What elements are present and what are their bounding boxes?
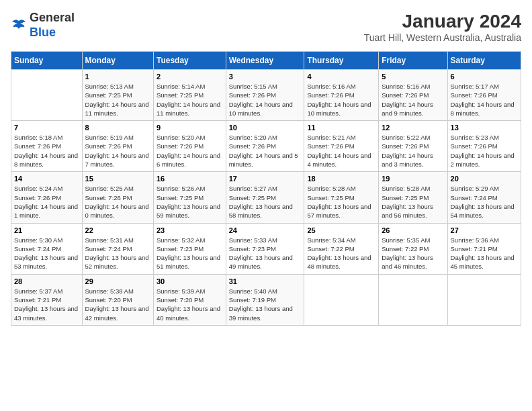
day-cell: 27Sunrise: 5:36 AMSunset: 7:21 PMDayligh… <box>447 223 521 274</box>
day-number: 15 <box>85 175 150 183</box>
day-number: 30 <box>157 277 223 285</box>
day-cell: 2Sunrise: 5:14 AMSunset: 7:25 PMDaylight… <box>154 70 226 121</box>
day-cell <box>11 70 83 121</box>
day-info: Sunrise: 5:24 AMSunset: 7:26 PMDaylight:… <box>14 184 79 220</box>
day-number: 4 <box>307 73 375 81</box>
header-wednesday: Wednesday <box>226 52 304 70</box>
day-cell: 4Sunrise: 5:16 AMSunset: 7:26 PMDaylight… <box>304 70 379 121</box>
day-info: Sunrise: 5:33 AMSunset: 7:23 PMDaylight:… <box>229 236 302 271</box>
day-number: 1 <box>85 73 150 81</box>
page-subtitle: Tuart Hill, Western Australia, Australia <box>364 32 521 43</box>
day-cell <box>379 274 447 325</box>
day-cell: 18Sunrise: 5:28 AMSunset: 7:25 PMDayligh… <box>304 172 379 223</box>
day-number: 27 <box>451 226 518 234</box>
day-cell: 14Sunrise: 5:24 AMSunset: 7:26 PMDayligh… <box>11 172 83 223</box>
day-number: 8 <box>85 124 150 132</box>
week-row-1: 1Sunrise: 5:13 AMSunset: 7:25 PMDaylight… <box>11 70 521 121</box>
day-cell: 19Sunrise: 5:28 AMSunset: 7:25 PMDayligh… <box>379 172 447 223</box>
day-cell: 5Sunrise: 5:16 AMSunset: 7:26 PMDaylight… <box>379 70 447 121</box>
day-cell <box>304 274 379 325</box>
day-info: Sunrise: 5:16 AMSunset: 7:26 PMDaylight:… <box>382 82 444 118</box>
week-row-4: 21Sunrise: 5:30 AMSunset: 7:24 PMDayligh… <box>11 223 521 274</box>
day-number: 28 <box>14 277 79 285</box>
day-info: Sunrise: 5:30 AMSunset: 7:24 PMDaylight:… <box>14 236 79 271</box>
day-info: Sunrise: 5:21 AMSunset: 7:26 PMDaylight:… <box>307 133 375 169</box>
day-cell: 26Sunrise: 5:35 AMSunset: 7:22 PMDayligh… <box>379 223 447 274</box>
header-monday: Monday <box>82 52 153 70</box>
day-cell: 17Sunrise: 5:27 AMSunset: 7:25 PMDayligh… <box>226 172 304 223</box>
day-cell: 13Sunrise: 5:23 AMSunset: 7:26 PMDayligh… <box>447 121 521 172</box>
day-cell: 6Sunrise: 5:17 AMSunset: 7:26 PMDaylight… <box>447 70 521 121</box>
day-info: Sunrise: 5:31 AMSunset: 7:24 PMDaylight:… <box>85 236 150 271</box>
day-cell <box>447 274 521 325</box>
day-info: Sunrise: 5:18 AMSunset: 7:26 PMDaylight:… <box>14 133 79 169</box>
day-info: Sunrise: 5:22 AMSunset: 7:26 PMDaylight:… <box>382 133 444 169</box>
day-number: 6 <box>451 73 518 81</box>
day-info: Sunrise: 5:35 AMSunset: 7:22 PMDaylight:… <box>382 236 444 271</box>
day-cell: 12Sunrise: 5:22 AMSunset: 7:26 PMDayligh… <box>379 121 447 172</box>
day-number: 24 <box>229 226 302 234</box>
day-cell: 8Sunrise: 5:19 AMSunset: 7:26 PMDaylight… <box>82 121 153 172</box>
header-saturday: Saturday <box>447 52 521 70</box>
calendar-header-row: SundayMondayTuesdayWednesdayThursdayFrid… <box>11 52 521 70</box>
day-number: 5 <box>382 73 444 81</box>
day-info: Sunrise: 5:27 AMSunset: 7:25 PMDaylight:… <box>229 184 302 220</box>
day-info: Sunrise: 5:38 AMSunset: 7:20 PMDaylight:… <box>85 287 150 322</box>
day-number: 22 <box>85 226 150 234</box>
day-cell: 10Sunrise: 5:20 AMSunset: 7:26 PMDayligh… <box>226 121 304 172</box>
day-info: Sunrise: 5:20 AMSunset: 7:26 PMDaylight:… <box>157 133 223 169</box>
week-row-5: 28Sunrise: 5:37 AMSunset: 7:21 PMDayligh… <box>11 274 521 325</box>
day-info: Sunrise: 5:39 AMSunset: 7:20 PMDaylight:… <box>157 287 223 322</box>
day-info: Sunrise: 5:13 AMSunset: 7:25 PMDaylight:… <box>85 82 150 118</box>
day-cell: 16Sunrise: 5:26 AMSunset: 7:25 PMDayligh… <box>154 172 226 223</box>
day-info: Sunrise: 5:16 AMSunset: 7:26 PMDaylight:… <box>307 82 375 118</box>
day-number: 9 <box>157 124 223 132</box>
day-number: 16 <box>157 175 223 183</box>
day-info: Sunrise: 5:26 AMSunset: 7:25 PMDaylight:… <box>157 184 223 220</box>
day-info: Sunrise: 5:29 AMSunset: 7:24 PMDaylight:… <box>451 184 518 220</box>
header-friday: Friday <box>379 52 447 70</box>
day-cell: 29Sunrise: 5:38 AMSunset: 7:20 PMDayligh… <box>82 274 153 325</box>
day-info: Sunrise: 5:37 AMSunset: 7:21 PMDaylight:… <box>14 287 79 322</box>
day-cell: 25Sunrise: 5:34 AMSunset: 7:22 PMDayligh… <box>304 223 379 274</box>
day-number: 3 <box>229 73 302 81</box>
calendar-table: SundayMondayTuesdayWednesdayThursdayFrid… <box>11 51 521 326</box>
day-cell: 15Sunrise: 5:25 AMSunset: 7:26 PMDayligh… <box>82 172 153 223</box>
day-info: Sunrise: 5:36 AMSunset: 7:21 PMDaylight:… <box>451 236 518 271</box>
day-number: 11 <box>307 124 375 132</box>
day-info: Sunrise: 5:28 AMSunset: 7:25 PMDaylight:… <box>382 184 444 220</box>
day-info: Sunrise: 5:25 AMSunset: 7:26 PMDaylight:… <box>85 184 150 220</box>
day-cell: 7Sunrise: 5:18 AMSunset: 7:26 PMDaylight… <box>11 121 83 172</box>
title-block: January 2024 Tuart Hill, Western Austral… <box>364 11 521 43</box>
logo-general-text: General <box>30 11 75 24</box>
day-number: 23 <box>157 226 223 234</box>
header-tuesday: Tuesday <box>154 52 226 70</box>
day-number: 29 <box>85 277 150 285</box>
day-number: 26 <box>382 226 444 234</box>
day-number: 2 <box>157 73 223 81</box>
day-cell: 20Sunrise: 5:29 AMSunset: 7:24 PMDayligh… <box>447 172 521 223</box>
logo-blue-text: Blue <box>30 26 56 39</box>
week-row-3: 14Sunrise: 5:24 AMSunset: 7:26 PMDayligh… <box>11 172 521 223</box>
day-cell: 31Sunrise: 5:40 AMSunset: 7:19 PMDayligh… <box>226 274 304 325</box>
header-sunday: Sunday <box>11 52 83 70</box>
day-number: 18 <box>307 175 375 183</box>
day-cell: 22Sunrise: 5:31 AMSunset: 7:24 PMDayligh… <box>82 223 153 274</box>
day-cell: 24Sunrise: 5:33 AMSunset: 7:23 PMDayligh… <box>226 223 304 274</box>
day-number: 17 <box>229 175 302 183</box>
day-cell: 9Sunrise: 5:20 AMSunset: 7:26 PMDaylight… <box>154 121 226 172</box>
logo-icon <box>11 19 27 32</box>
day-info: Sunrise: 5:23 AMSunset: 7:26 PMDaylight:… <box>451 133 518 169</box>
day-cell: 3Sunrise: 5:15 AMSunset: 7:26 PMDaylight… <box>226 70 304 121</box>
day-number: 14 <box>14 175 79 183</box>
day-number: 12 <box>382 124 444 132</box>
day-info: Sunrise: 5:17 AMSunset: 7:26 PMDaylight:… <box>451 82 518 118</box>
day-number: 25 <box>307 226 375 234</box>
day-number: 19 <box>382 175 444 183</box>
day-info: Sunrise: 5:40 AMSunset: 7:19 PMDaylight:… <box>229 287 302 322</box>
day-cell: 21Sunrise: 5:30 AMSunset: 7:24 PMDayligh… <box>11 223 83 274</box>
day-info: Sunrise: 5:28 AMSunset: 7:25 PMDaylight:… <box>307 184 375 220</box>
day-info: Sunrise: 5:15 AMSunset: 7:26 PMDaylight:… <box>229 82 302 118</box>
day-number: 10 <box>229 124 302 132</box>
day-cell: 30Sunrise: 5:39 AMSunset: 7:20 PMDayligh… <box>154 274 226 325</box>
